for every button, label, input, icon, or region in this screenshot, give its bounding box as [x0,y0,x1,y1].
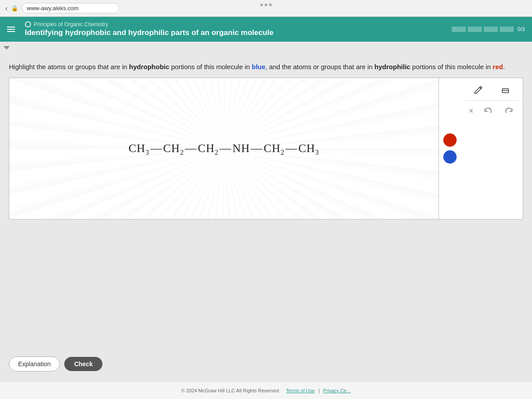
canvas-wrapper: CH3 — CH2 — CH2 — NH — CH2 — CH3 [9,78,523,219]
progress-seg-2 [468,27,482,32]
clear-tool[interactable]: × [469,106,473,116]
bottom-bar: Explanation Check [0,351,532,377]
bond-1: — [150,142,162,155]
molecule-canvas[interactable]: CH3 — CH2 — CH2 — NH — CH2 — CH3 [9,78,439,219]
topic-title: Identifying hydrophobic and hydrophilic … [25,28,274,37]
progress-bar: 0/3 [452,26,525,32]
browser-dots [260,4,272,6]
course-subtitle: Principles of Organic Chemistry [25,21,274,27]
browser-dot-2 [265,4,267,6]
check-button[interactable]: Check [64,357,102,371]
bond-3: — [219,142,231,155]
footer-privacy[interactable]: Privacy Ce... [323,388,351,393]
ch2-group-2: CH2 [198,142,219,155]
browser-bar: ‹ 🔒 www-awy.aleks.com [0,0,532,17]
redo-tool[interactable] [503,105,515,117]
footer-copyright: © 2024 McGraw Hill LLC All Rights Reserv… [181,388,279,393]
tool-divider [465,100,519,101]
question-text-3: , and the atoms or groups that are in [266,63,375,70]
progress-seg-1 [452,27,466,32]
explanation-button[interactable]: Explanation [9,356,60,372]
ch2-group-1: CH2 [163,142,184,155]
progress-seg-3 [484,27,498,32]
browser-dot-1 [260,4,263,6]
pencil-tool[interactable] [472,83,485,96]
lock-icon: 🔒 [11,5,18,12]
question-text-1: Highlight the atoms or groups that are i… [9,63,129,70]
tool-row-bottom: × [465,103,519,119]
browser-dot-3 [269,4,272,6]
question-text-hydrophobic: hydrophobic [129,63,169,70]
header-bar: Principles of Organic Chemistry Identify… [0,17,532,42]
header-left: Principles of Organic Chemistry Identify… [25,21,274,37]
blue-color-selector[interactable] [443,150,457,164]
bond-2: — [185,142,197,155]
footer: © 2024 McGraw Hill LLC All Rights Reserv… [0,381,532,399]
course-name: Principles of Organic Chemistry [34,21,108,27]
molecule-formula: CH3 — CH2 — CH2 — NH — CH2 — CH3 [129,142,319,155]
ch3-group-2: CH3 [298,142,319,155]
menu-icon[interactable] [7,27,15,32]
footer-terms[interactable]: Terms of Use [286,388,315,393]
question-text-hydrophilic: hydrophilic [375,63,411,70]
undo-tool[interactable] [482,105,494,117]
bond-5: — [286,142,297,155]
nh-group: NH [232,142,250,155]
ch3-group: CH3 [129,142,149,155]
color-selector-panel [439,78,461,219]
chevron-down-icon[interactable] [4,46,10,50]
tool-row-top [465,82,519,98]
question-text-4: portions of this molecule in [410,63,493,70]
red-color-selector[interactable] [443,133,457,147]
course-circle-icon [25,21,31,27]
question-text-red: red [493,63,503,70]
tool-panel: × [461,78,523,219]
dropdown-row[interactable] [0,42,532,54]
progress-seg-4 [500,27,514,32]
question-area: Highlight the atoms or groups that are i… [0,54,532,78]
bond-4: — [251,142,263,155]
question-text-period: . [503,63,505,70]
eraser-tool[interactable] [499,83,512,96]
footer-pipe: | [318,388,320,393]
ch2-group-3: CH2 [264,142,285,155]
back-arrow-icon[interactable]: ‹ [5,4,8,12]
question-text-blue: blue [252,63,266,70]
url-bar[interactable]: www-awy.aleks.com [22,3,119,13]
progress-label: 0/3 [517,26,525,32]
question-text-2: portions of this molecule in [169,63,252,70]
